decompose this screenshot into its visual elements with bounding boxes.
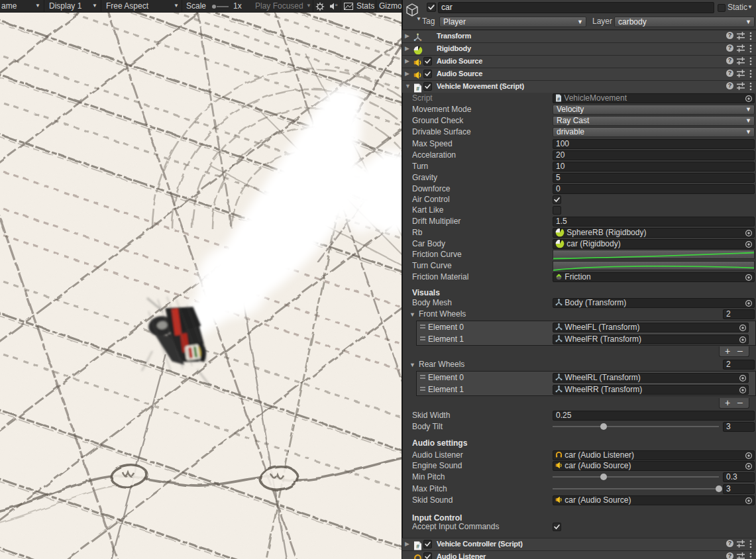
svg-text:#: # <box>416 543 419 550</box>
svg-text:#: # <box>416 85 419 92</box>
svg-text:o: o <box>335 3 338 7</box>
